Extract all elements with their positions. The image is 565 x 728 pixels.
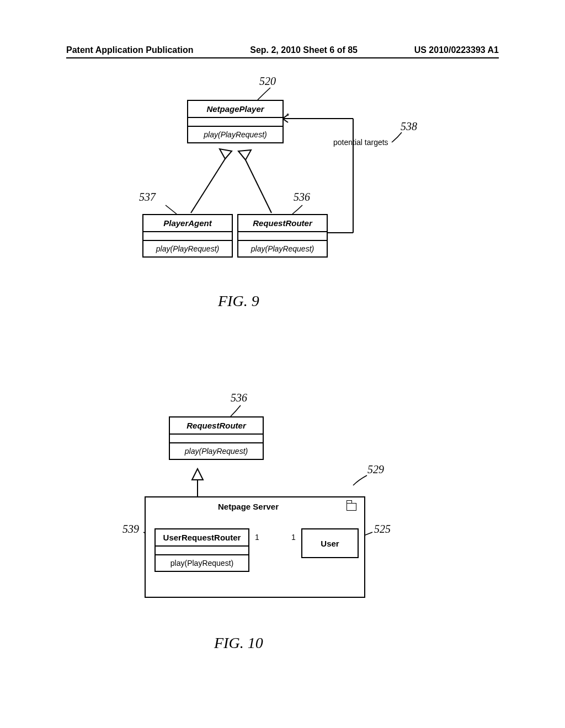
request-router-mid-fig9 [238,232,327,241]
ref-529: 529 [367,463,384,476]
request-router-name-fig10: RequestRouter [170,417,263,435]
svg-line-2 [246,160,271,213]
ref-539: 539 [122,523,139,536]
user-request-router-name: UserRequestRouter [156,529,248,547]
potential-targets-label: potential targets [333,138,388,147]
netpage-player-name: NetpagePlayer [188,101,282,118]
ref-525: 525 [374,523,391,536]
fig10-label: FIG. 10 [214,634,263,652]
netpage-player-method: play(PlayRequest) [188,127,282,142]
netpage-server-title: Netpage Server [218,502,279,511]
user-request-router-method: play(PlayRequest) [156,555,248,571]
mult-1b: 1 [291,533,296,542]
header-right: US 2010/0223393 A1 [414,45,499,55]
player-agent-mid [143,232,232,241]
fig9-label: FIG. 9 [218,292,259,310]
user-request-router-class: UserRequestRouter play(PlayRequest) [154,528,249,572]
ref-536-fig9: 536 [294,191,310,204]
request-router-method-fig9: play(PlayRequest) [238,241,327,256]
user-label: User [321,539,339,548]
player-agent-name: PlayerAgent [143,215,232,232]
request-router-mid-fig10 [170,435,263,443]
netpage-player-class: NetpagePlayer play(PlayRequest) [187,100,284,143]
player-agent-class: PlayerAgent play(PlayRequest) [142,214,233,258]
request-router-method-fig10: play(PlayRequest) [170,443,263,459]
request-router-class-fig10: RequestRouter play(PlayRequest) [169,416,264,460]
ref-538: 538 [401,120,417,133]
star-label: * [286,111,289,120]
request-router-class-fig9: RequestRouter play(PlayRequest) [237,214,328,258]
mult-1a: 1 [255,533,259,542]
svg-marker-3 [238,150,251,160]
header-rule [66,57,499,58]
header-left: Patent Application Publication [66,45,194,55]
netpage-player-mid [188,118,282,127]
user-request-router-mid [156,547,248,555]
user-class: User [301,528,359,558]
svg-marker-8 [192,469,203,480]
package-icon [347,503,356,511]
header-center: Sep. 2, 2010 Sheet 6 of 85 [250,45,358,55]
ref-520: 520 [259,75,276,88]
request-router-name-fig9: RequestRouter [238,215,327,232]
player-agent-method: play(PlayRequest) [143,241,232,256]
page-header: Patent Application Publication Sep. 2, 2… [0,45,565,55]
ref-537: 537 [139,191,156,204]
ref-536-fig10: 536 [231,392,247,404]
svg-line-0 [191,159,225,213]
svg-marker-1 [220,149,232,159]
